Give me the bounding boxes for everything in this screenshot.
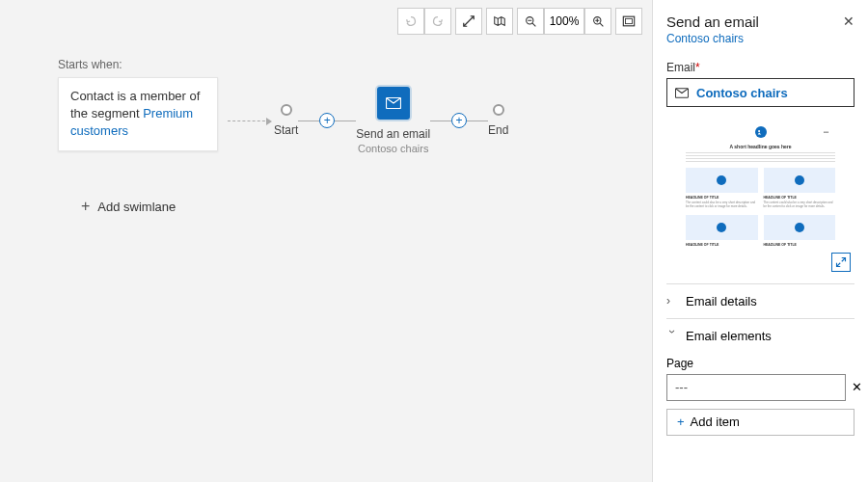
insert-after-email-button[interactable]: + [451, 113, 467, 128]
preview-headline: A short headline goes here [686, 144, 835, 149]
clear-page-button[interactable]: ✕ [852, 380, 862, 394]
preview-tile: HEADLINE OF TITLE [764, 215, 836, 247]
zoom-in-button[interactable] [584, 8, 611, 35]
svg-rect-2 [623, 16, 634, 26]
journey-canvas: 100% Starts when: Contact is a member of… [0, 0, 652, 482]
email-lookup-value: Contoso chairs [696, 86, 788, 100]
page-lookup-input[interactable] [666, 374, 846, 401]
undo-button[interactable] [397, 8, 424, 35]
end-label: End [488, 123, 508, 137]
email-preview-thumbnail: ■■■ A short headline goes here HEADLINE … [670, 119, 851, 276]
connector-line [467, 120, 488, 121]
connector-line [430, 120, 451, 121]
plus-icon: + [677, 415, 685, 429]
chevron-down-icon: › [665, 330, 679, 341]
trigger-card[interactable]: Contact is a member of the segment Premi… [58, 77, 218, 151]
preview-tile: HEADLINE OF TITLE [686, 215, 758, 247]
canvas-toolbar: 100% [397, 8, 642, 35]
zoom-level: 100% [544, 8, 584, 35]
email-tile-label: Send an email [356, 127, 430, 141]
email-icon [386, 97, 401, 109]
email-details-section-header[interactable]: › Email details [666, 283, 854, 318]
page-field-label: Page [666, 357, 854, 370]
start-node[interactable] [281, 104, 292, 116]
insert-before-email-button[interactable]: + [319, 113, 335, 128]
panel-title: Send an email [666, 13, 759, 30]
flow-row: Start + Send an email Contoso chairs + E… [228, 87, 508, 154]
redo-button[interactable] [424, 8, 451, 35]
plus-icon: + [81, 198, 90, 215]
expand-preview-button[interactable] [831, 253, 851, 272]
panel-subtitle-link[interactable]: Contoso chairs [666, 32, 759, 45]
fit-view-button[interactable] [455, 8, 482, 35]
properties-panel: Send an email Contoso chairs ✕ Email* Co… [652, 0, 868, 482]
fullscreen-button[interactable] [615, 8, 642, 35]
add-swimlane-label: Add swimlane [97, 200, 176, 214]
close-panel-button[interactable]: ✕ [843, 13, 854, 29]
email-elements-section-header[interactable]: › Email elements [666, 318, 854, 353]
send-email-tile[interactable] [377, 87, 410, 120]
end-node[interactable] [493, 104, 504, 116]
start-label: Start [274, 123, 298, 137]
minimap-button[interactable] [486, 8, 513, 35]
connector-line [298, 120, 319, 121]
add-item-label: Add item [691, 415, 740, 429]
email-elements-label: Email elements [686, 329, 772, 343]
chevron-right-icon: › [666, 294, 678, 308]
preview-body-placeholder [686, 152, 835, 162]
add-swimlane-button[interactable]: + Add swimlane [81, 198, 176, 215]
add-item-button[interactable]: + Add item [666, 409, 854, 436]
zoom-out-button[interactable] [517, 8, 544, 35]
email-details-label: Email details [686, 294, 757, 308]
preview-tile: HEADLINE OF TITLE The content could also… [686, 168, 758, 209]
preview-logo-icon [755, 126, 767, 138]
connector-line [335, 120, 356, 121]
email-tile-sub: Contoso chairs [358, 143, 428, 154]
preview-tile: HEADLINE OF TITLE The content could also… [764, 168, 836, 209]
svg-rect-3 [626, 18, 633, 23]
email-icon [675, 88, 689, 98]
svg-point-6 [758, 130, 760, 132]
connector-dashed [228, 120, 270, 121]
expand-icon [835, 256, 847, 268]
starts-when-label: Starts when: [58, 58, 633, 71]
email-field-label: Email* [666, 61, 854, 74]
email-lookup-field[interactable]: Contoso chairs [666, 78, 854, 107]
